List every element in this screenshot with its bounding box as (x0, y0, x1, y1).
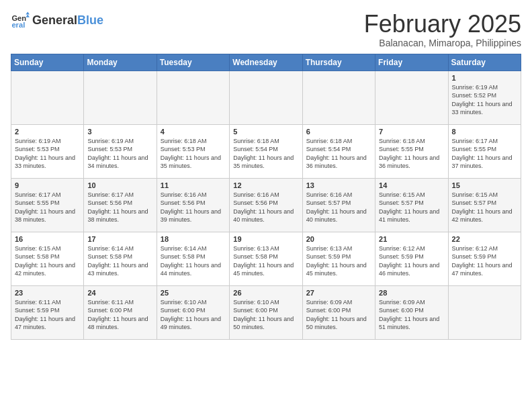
calendar-header-row: SundayMondayTuesdayWednesdayThursdayFrid… (11, 54, 521, 71)
day-number: 12 (233, 181, 298, 189)
calendar-day-cell (11, 71, 84, 124)
calendar-day-cell: 10Sunrise: 6:17 AM Sunset: 5:56 PM Dayli… (84, 178, 157, 232)
day-number: 17 (87, 235, 152, 243)
day-number: 2 (15, 128, 80, 136)
day-info: Sunrise: 6:17 AM Sunset: 5:55 PM Dayligh… (452, 137, 517, 171)
day-number: 11 (161, 181, 226, 189)
weekday-header: Thursday (302, 54, 375, 71)
calendar-day-cell: 6Sunrise: 6:18 AM Sunset: 5:54 PM Daylig… (302, 124, 375, 178)
day-number: 26 (233, 289, 298, 297)
calendar-day-cell (84, 71, 157, 124)
day-info: Sunrise: 6:19 AM Sunset: 5:53 PM Dayligh… (87, 137, 152, 171)
day-info: Sunrise: 6:12 AM Sunset: 5:59 PM Dayligh… (452, 244, 517, 278)
calendar-week-row: 1Sunrise: 6:19 AM Sunset: 5:52 PM Daylig… (11, 71, 521, 124)
calendar-title: February 2025 (364, 11, 521, 38)
day-info: Sunrise: 6:14 AM Sunset: 5:58 PM Dayligh… (161, 244, 226, 278)
day-number: 27 (306, 289, 371, 297)
day-number: 9 (15, 181, 80, 189)
svg-marker-3 (26, 15, 30, 17)
day-number: 5 (233, 128, 298, 136)
day-number: 4 (161, 128, 226, 136)
day-info: Sunrise: 6:10 AM Sunset: 6:00 PM Dayligh… (233, 298, 298, 332)
day-info: Sunrise: 6:16 AM Sunset: 5:57 PM Dayligh… (306, 191, 371, 224)
day-info: Sunrise: 6:19 AM Sunset: 5:53 PM Dayligh… (15, 137, 80, 171)
day-number: 3 (87, 128, 152, 136)
calendar-day-cell (302, 71, 375, 124)
weekday-header: Sunday (11, 54, 84, 71)
day-info: Sunrise: 6:18 AM Sunset: 5:54 PM Dayligh… (233, 137, 298, 171)
calendar-day-cell: 18Sunrise: 6:14 AM Sunset: 5:58 PM Dayli… (157, 232, 229, 285)
day-info: Sunrise: 6:16 AM Sunset: 5:56 PM Dayligh… (161, 191, 226, 224)
title-section: February 2025 Balanacan, Mimaropa, Phili… (364, 11, 521, 48)
day-number: 13 (306, 181, 371, 189)
day-number: 23 (15, 289, 80, 297)
calendar-day-cell: 22Sunrise: 6:12 AM Sunset: 5:59 PM Dayli… (448, 232, 521, 285)
calendar-day-cell: 24Sunrise: 6:11 AM Sunset: 6:00 PM Dayli… (84, 285, 157, 339)
day-info: Sunrise: 6:14 AM Sunset: 5:58 PM Dayligh… (87, 244, 152, 278)
calendar-day-cell: 27Sunrise: 6:09 AM Sunset: 6:00 PM Dayli… (302, 285, 375, 339)
calendar-day-cell: 14Sunrise: 6:15 AM Sunset: 5:57 PM Dayli… (375, 178, 448, 232)
calendar-day-cell: 21Sunrise: 6:12 AM Sunset: 5:59 PM Dayli… (375, 232, 448, 285)
calendar-table: SundayMondayTuesdayWednesdayThursdayFrid… (11, 54, 521, 340)
page-header: Gen eral GeneralBlue February 2025 Balan… (11, 11, 521, 48)
calendar-day-cell: 1Sunrise: 6:19 AM Sunset: 5:52 PM Daylig… (448, 71, 521, 124)
calendar-day-cell: 16Sunrise: 6:15 AM Sunset: 5:58 PM Dayli… (11, 232, 84, 285)
day-number: 6 (306, 128, 371, 136)
calendar-day-cell: 7Sunrise: 6:18 AM Sunset: 5:55 PM Daylig… (375, 124, 448, 178)
day-number: 28 (379, 289, 444, 297)
calendar-day-cell (157, 71, 229, 124)
day-info: Sunrise: 6:13 AM Sunset: 5:59 PM Dayligh… (306, 244, 371, 278)
weekday-header: Monday (84, 54, 157, 71)
calendar-day-cell: 13Sunrise: 6:16 AM Sunset: 5:57 PM Dayli… (302, 178, 375, 232)
day-info: Sunrise: 6:10 AM Sunset: 6:00 PM Dayligh… (161, 298, 226, 332)
day-info: Sunrise: 6:18 AM Sunset: 5:53 PM Dayligh… (161, 137, 226, 171)
day-info: Sunrise: 6:11 AM Sunset: 5:59 PM Dayligh… (15, 298, 80, 332)
calendar-day-cell: 20Sunrise: 6:13 AM Sunset: 5:59 PM Dayli… (302, 232, 375, 285)
logo-text-general: General (32, 13, 77, 28)
logo-text-blue: Blue (77, 13, 103, 28)
day-info: Sunrise: 6:17 AM Sunset: 5:56 PM Dayligh… (87, 191, 152, 224)
day-number: 21 (379, 235, 444, 243)
day-number: 8 (452, 128, 517, 136)
calendar-day-cell: 15Sunrise: 6:15 AM Sunset: 5:57 PM Dayli… (448, 178, 521, 232)
day-info: Sunrise: 6:11 AM Sunset: 6:00 PM Dayligh… (87, 298, 152, 332)
day-info: Sunrise: 6:15 AM Sunset: 5:58 PM Dayligh… (15, 244, 80, 278)
day-number: 25 (161, 289, 226, 297)
calendar-day-cell: 9Sunrise: 6:17 AM Sunset: 5:55 PM Daylig… (11, 178, 84, 232)
day-number: 24 (87, 289, 152, 297)
calendar-day-cell (375, 71, 448, 124)
svg-marker-2 (26, 11, 30, 14)
calendar-day-cell (230, 71, 302, 124)
calendar-day-cell: 19Sunrise: 6:13 AM Sunset: 5:58 PM Dayli… (230, 232, 302, 285)
day-info: Sunrise: 6:12 AM Sunset: 5:59 PM Dayligh… (379, 244, 444, 278)
day-info: Sunrise: 6:15 AM Sunset: 5:57 PM Dayligh… (379, 191, 444, 224)
day-info: Sunrise: 6:13 AM Sunset: 5:58 PM Dayligh… (233, 244, 298, 278)
day-info: Sunrise: 6:09 AM Sunset: 6:00 PM Dayligh… (379, 298, 444, 332)
day-number: 10 (87, 181, 152, 189)
logo-icon: Gen eral (11, 11, 30, 30)
day-number: 14 (379, 181, 444, 189)
calendar-day-cell: 25Sunrise: 6:10 AM Sunset: 6:00 PM Dayli… (157, 285, 229, 339)
calendar-day-cell: 23Sunrise: 6:11 AM Sunset: 5:59 PM Dayli… (11, 285, 84, 339)
weekday-header: Saturday (448, 54, 521, 71)
calendar-day-cell: 5Sunrise: 6:18 AM Sunset: 5:54 PM Daylig… (230, 124, 302, 178)
calendar-subtitle: Balanacan, Mimaropa, Philippines (364, 38, 521, 48)
calendar-week-row: 23Sunrise: 6:11 AM Sunset: 5:59 PM Dayli… (11, 285, 521, 339)
calendar-day-cell (448, 285, 521, 339)
calendar-day-cell: 2Sunrise: 6:19 AM Sunset: 5:53 PM Daylig… (11, 124, 84, 178)
weekday-header: Friday (375, 54, 448, 71)
day-number: 22 (452, 235, 517, 243)
day-info: Sunrise: 6:18 AM Sunset: 5:55 PM Dayligh… (379, 137, 444, 171)
calendar-week-row: 2Sunrise: 6:19 AM Sunset: 5:53 PM Daylig… (11, 124, 521, 178)
day-info: Sunrise: 6:19 AM Sunset: 5:52 PM Dayligh… (452, 83, 517, 117)
calendar-day-cell: 28Sunrise: 6:09 AM Sunset: 6:00 PM Dayli… (375, 285, 448, 339)
calendar-day-cell: 11Sunrise: 6:16 AM Sunset: 5:56 PM Dayli… (157, 178, 229, 232)
day-number: 18 (161, 235, 226, 243)
calendar-day-cell: 26Sunrise: 6:10 AM Sunset: 6:00 PM Dayli… (230, 285, 302, 339)
day-number: 19 (233, 235, 298, 243)
day-info: Sunrise: 6:18 AM Sunset: 5:54 PM Dayligh… (306, 137, 371, 171)
day-number: 1 (452, 74, 517, 82)
calendar-day-cell: 17Sunrise: 6:14 AM Sunset: 5:58 PM Dayli… (84, 232, 157, 285)
calendar-week-row: 9Sunrise: 6:17 AM Sunset: 5:55 PM Daylig… (11, 178, 521, 232)
day-info: Sunrise: 6:09 AM Sunset: 6:00 PM Dayligh… (306, 298, 371, 332)
